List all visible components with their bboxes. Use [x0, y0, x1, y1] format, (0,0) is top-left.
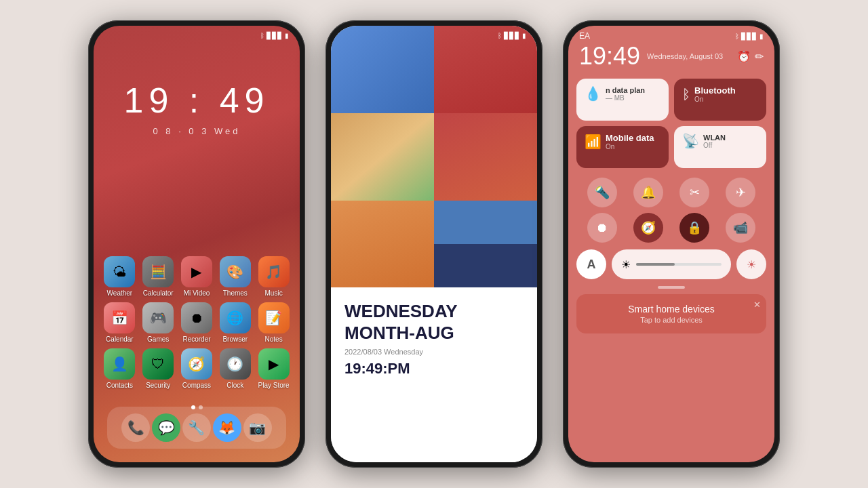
cp-wlan-icon: 📡	[682, 133, 699, 149]
cp-tile-bluetooth[interactable]: ᛒ Bluetooth On	[674, 79, 766, 121]
app-label-clock: Clock	[226, 382, 243, 389]
app-icon-weather: 🌤	[104, 256, 135, 287]
app-label-calc: Calculator	[143, 289, 174, 297]
app-playstore[interactable]: ▶ Play Store	[254, 348, 293, 389]
lock-screen-date: 0 8 · 0 3 Wed	[94, 126, 300, 136]
cp-mobile-icon: 📶	[585, 134, 601, 150]
cp-smart-home-title: Smart home devices	[586, 304, 757, 314]
wallpaper-day-line2: MONTH-AUG	[344, 323, 524, 344]
app-icon-games: 🎮	[142, 302, 174, 333]
app-label-recorder: Recorder	[182, 336, 210, 343]
cp-bt-sub: On	[694, 96, 736, 103]
cp-edit-icon[interactable]: ✏	[755, 50, 764, 63]
wallpaper-cell-br	[434, 201, 537, 288]
app-mi-video[interactable]: ▶ Mi Video	[178, 256, 216, 297]
wallpaper-date-small: 2022/08/03 Wednesday	[344, 348, 524, 356]
cp-mobile-title: Mobile data	[606, 133, 654, 143]
wallpaper-mosaic	[331, 26, 537, 287]
app-games[interactable]: 🎮 Games	[139, 302, 178, 343]
app-music[interactable]: 🎵 Music	[254, 256, 293, 297]
cp-record-btn[interactable]: ⏺	[587, 213, 617, 243]
app-icon-clock: 🕐	[220, 348, 251, 380]
app-icon-music: 🎵	[258, 256, 290, 287]
cp-tile-mobile-data[interactable]: 📶 Mobile data On	[576, 126, 669, 168]
cp-icon-row-2: ⏺ 🧭 🔒 📹	[568, 210, 774, 245]
cp-wlan-sub: Off	[703, 142, 726, 149]
wallpaper-cell-ml	[331, 113, 434, 201]
phone-1: ᛒ ▊▊▊ ▮ 19 : 49 0 8 · 0 3 Wed 🌤 Weather …	[88, 20, 305, 468]
app-label-contacts: Contacts	[106, 382, 133, 389]
cp-battery-icon: ▮	[760, 33, 764, 40]
cp-time: 19:49	[579, 42, 640, 70]
cp-flashlight-btn[interactable]: 🔦	[587, 178, 617, 207]
app-label-notes: Notes	[265, 336, 283, 343]
cp-data-title: n data plan	[606, 86, 645, 94]
cp-date: Wednesday, August 03	[647, 52, 723, 60]
cp-bluetooth-icon: ᛒ	[735, 33, 739, 40]
app-label-security: Security	[146, 382, 170, 389]
dock-camera[interactable]: 📷	[243, 413, 272, 442]
cp-close-smart-home[interactable]: ✕	[753, 300, 761, 310]
lock-screen-time: 19 : 49	[94, 80, 300, 121]
app-recorder[interactable]: ⏺ Recorder	[178, 302, 216, 343]
cp-carrier: EA	[579, 31, 590, 41]
cp-brightness-slider[interactable]: ☀	[612, 249, 731, 279]
cp-alarm-icon[interactable]: ⏰	[737, 50, 751, 63]
cp-time-row: 19:49 Wednesday, August 03 ⏰ ✏	[568, 41, 774, 72]
cp-smart-home-panel[interactable]: ✕ Smart home devices Tap to add devices	[576, 294, 766, 333]
wallpaper-text-area: WEDNESDAY MONTH-AUG 2022/08/03 Wednesday…	[331, 287, 537, 462]
dock-avatar[interactable]: 🦊	[213, 413, 241, 442]
cp-bell-btn[interactable]: 🔔	[633, 178, 663, 207]
cp-tile-wlan[interactable]: 📡 WLAN Off	[674, 126, 766, 168]
signal-icon-2: ▊▊▊	[504, 32, 520, 39]
app-icon-playstore: ▶	[258, 348, 290, 380]
app-browser[interactable]: 🌐 Browser	[216, 302, 254, 343]
cp-lock-btn[interactable]: 🔒	[679, 213, 709, 243]
app-compass[interactable]: 🧭 Compass	[178, 348, 216, 389]
cp-airplane-btn[interactable]: ✈	[726, 178, 755, 207]
brightness-track	[636, 263, 722, 266]
cp-smart-home-sub: Tap to add devices	[586, 316, 757, 324]
app-icon-calc: 🧮	[142, 256, 174, 287]
app-grid: 🌤 Weather 🧮 Calculator ▶ Mi Video 🎨 Them…	[94, 256, 300, 394]
app-label-video: Mi Video	[184, 289, 210, 297]
dock-tools[interactable]: 🔧	[182, 413, 211, 442]
signal-icon: ▊▊▊	[267, 32, 283, 39]
cp-video-btn[interactable]: 📹	[726, 213, 755, 243]
cp-bottom-row: A ☀ ☀	[568, 245, 774, 283]
app-icon-video: ▶	[181, 256, 212, 287]
phone-dock: 📞 💬 🔧 🦊 📷	[107, 407, 286, 449]
status-icons-1: ᛒ ▊▊▊ ▮	[260, 32, 289, 39]
app-label-playstore: Play Store	[258, 382, 290, 389]
app-icon-calendar: 📅	[104, 302, 135, 333]
wallpaper-br-bot	[434, 244, 537, 287]
dock-messages[interactable]: 💬	[152, 413, 180, 442]
app-clock[interactable]: 🕐 Clock	[216, 348, 254, 389]
app-weather[interactable]: 🌤 Weather	[100, 256, 139, 297]
app-security[interactable]: 🛡 Security	[139, 348, 178, 389]
cp-location-btn[interactable]: 🧭	[633, 213, 663, 243]
brightness-fill	[636, 263, 675, 266]
wallpaper-cell-bl	[331, 201, 434, 288]
wallpaper-cell-mr	[434, 113, 537, 201]
app-calendar[interactable]: 📅 Calendar	[100, 302, 139, 343]
app-calculator[interactable]: 🧮 Calculator	[139, 256, 178, 297]
cp-quick-tiles: 💧 n data plan — MB ᛒ Bluetooth On	[568, 72, 774, 175]
cp-screenshot-btn[interactable]: ✂	[679, 178, 709, 207]
app-row-1: 🌤 Weather 🧮 Calculator ▶ Mi Video 🎨 Them…	[100, 256, 293, 297]
cp-extra-btn[interactable]: ☀	[736, 249, 766, 279]
app-notes[interactable]: 📝 Notes	[254, 302, 293, 343]
app-themes[interactable]: 🎨 Themes	[216, 256, 254, 297]
dock-phone[interactable]: 📞	[121, 413, 150, 442]
cp-icon-row-1: 🔦 🔔 ✂ ✈	[568, 175, 774, 210]
app-label-weather: Weather	[107, 289, 133, 297]
app-icon-recorder: ⏺	[181, 302, 212, 333]
cp-tile-data-plan[interactable]: 💧 n data plan — MB	[576, 79, 669, 121]
phone-3: EA ᛒ ▊▊▊ ▮ 19:49 Wednesday, August 03 ⏰ …	[563, 20, 780, 468]
app-contacts[interactable]: 👤 Contacts	[100, 348, 139, 389]
cp-font-btn[interactable]: A	[576, 249, 606, 279]
cp-data-icon: 💧	[585, 85, 601, 102]
bluetooth-icon: ᛒ	[260, 32, 264, 39]
app-label-games: Games	[147, 336, 169, 343]
bluetooth-icon-2: ᛒ	[498, 32, 502, 39]
